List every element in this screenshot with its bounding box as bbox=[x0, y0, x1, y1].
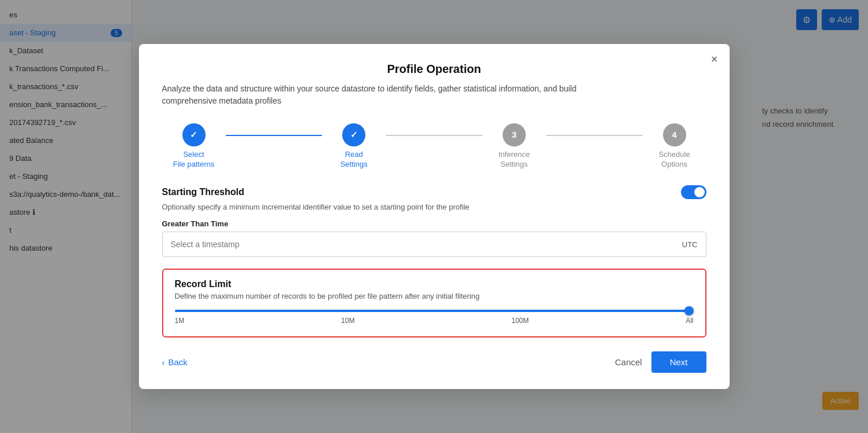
modal-title: Profile Operation bbox=[162, 63, 706, 76]
step-2-label: ReadSettings bbox=[340, 150, 368, 170]
step-1-circle: ✓ bbox=[182, 123, 206, 146]
cancel-button[interactable]: Cancel bbox=[615, 357, 642, 367]
greater-than-time-label: Greater Than Time bbox=[162, 219, 706, 228]
step-1-label: SelectFile patterns bbox=[173, 150, 215, 170]
slider-label-all: All bbox=[686, 317, 693, 325]
back-chevron-icon: ‹ bbox=[162, 357, 165, 367]
step-line-1-2 bbox=[226, 135, 323, 136]
slider-label-10m: 10M bbox=[341, 317, 354, 325]
slider-label-100m: 100M bbox=[511, 317, 529, 325]
footer-right-actions: Cancel Next bbox=[615, 351, 706, 373]
modal-footer: ‹ Back Cancel Next bbox=[162, 351, 706, 373]
step-2-circle: ✓ bbox=[342, 123, 365, 146]
slider-track bbox=[175, 310, 694, 312]
slider-thumb[interactable] bbox=[684, 306, 694, 315]
starting-threshold-header: Starting Threshold bbox=[162, 185, 706, 199]
starting-threshold-section: Starting Threshold Optionally specify a … bbox=[162, 185, 706, 257]
step-3-circle: 3 bbox=[503, 123, 526, 146]
record-limit-desc: Define the maximum number of records to … bbox=[175, 292, 694, 300]
record-limit-section: Record Limit Define the maximum number o… bbox=[162, 269, 706, 337]
step-3: 3 InferenceSettings bbox=[482, 123, 546, 170]
starting-threshold-desc: Optionally specify a minimum incremental… bbox=[162, 203, 706, 211]
step-line-3-4 bbox=[546, 135, 643, 136]
slider-fill bbox=[175, 310, 694, 312]
modal-overlay: × Profile Operation Analyze the data and… bbox=[0, 0, 868, 433]
timestamp-input[interactable] bbox=[171, 240, 682, 249]
step-1: ✓ SelectFile patterns bbox=[162, 123, 226, 170]
close-button[interactable]: × bbox=[711, 53, 718, 65]
starting-threshold-title: Starting Threshold bbox=[162, 187, 244, 197]
stepper: ✓ SelectFile patterns ✓ ReadSettings 3 I… bbox=[162, 123, 706, 170]
back-label: Back bbox=[169, 357, 188, 367]
step-4: 4 ScheduleOptions bbox=[643, 123, 706, 170]
back-button[interactable]: ‹ Back bbox=[162, 357, 188, 367]
record-limit-slider-wrap: 1M 10M 100M All bbox=[175, 310, 694, 325]
step-3-label: InferenceSettings bbox=[499, 150, 530, 170]
slider-label-1m: 1M bbox=[175, 317, 185, 325]
utc-label: UTC bbox=[682, 240, 698, 249]
step-line-2-3 bbox=[386, 135, 482, 136]
modal-subtitle: Analyze the data and structure within yo… bbox=[162, 83, 602, 107]
step-4-circle: 4 bbox=[663, 123, 686, 146]
record-limit-title: Record Limit bbox=[175, 279, 694, 289]
step-2: ✓ ReadSettings bbox=[322, 123, 386, 170]
toggle-knob bbox=[694, 187, 705, 197]
next-button[interactable]: Next bbox=[651, 351, 706, 373]
profile-operation-modal: × Profile Operation Analyze the data and… bbox=[139, 44, 730, 390]
starting-threshold-toggle[interactable] bbox=[681, 185, 706, 199]
slider-labels: 1M 10M 100M All bbox=[175, 317, 694, 325]
timestamp-input-wrap[interactable]: UTC bbox=[162, 232, 706, 257]
step-4-label: ScheduleOptions bbox=[658, 150, 690, 170]
